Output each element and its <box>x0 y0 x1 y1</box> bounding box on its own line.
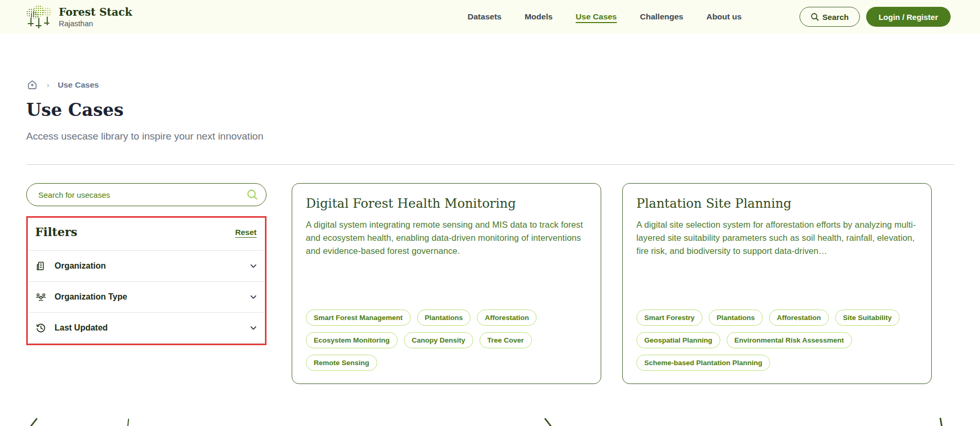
usecase-tag[interactable]: Smart Forest Management <box>306 310 411 326</box>
carousel-next-arrow-partial[interactable] <box>544 418 555 426</box>
clipped-content-stroke <box>127 419 129 426</box>
nav-item[interactable]: Models <box>525 12 552 22</box>
filter-row[interactable]: Organization Type <box>28 282 265 312</box>
usecase-tag[interactable]: Afforestation <box>477 310 537 326</box>
header-search-label: Search <box>823 13 849 22</box>
nav-item[interactable]: Use Cases <box>576 12 616 22</box>
filter-row[interactable]: Last Updated <box>28 313 265 343</box>
nav-item[interactable]: About us <box>706 12 741 22</box>
breadcrumb: › Use Cases <box>26 79 99 91</box>
usecase-tag[interactable]: Ecosystem Monitoring <box>306 332 398 348</box>
top-header: Forest Stack Rajasthan Datasets Models U… <box>0 0 980 34</box>
filters-panel-highlighted: Filters Reset <box>26 216 267 345</box>
filters-sidebar: Filters Reset <box>26 183 267 345</box>
usecase-tag-list: Smart Forest Management Plantations Affo… <box>306 310 587 371</box>
usecase-card[interactable]: Plantation Site Planning A digital site … <box>622 183 932 384</box>
brand-subtitle: Rajasthan <box>59 19 132 28</box>
usecase-tag[interactable]: Afforestation <box>769 310 829 326</box>
usecase-tag-list: Smart Forestry Plantations Afforestation… <box>636 310 918 371</box>
clipped-content-stroke <box>940 418 943 426</box>
header-search-button[interactable]: Search <box>800 7 860 27</box>
home-icon[interactable] <box>26 79 38 91</box>
usecase-tag[interactable]: Plantations <box>417 310 471 326</box>
building-icon <box>35 260 47 272</box>
filter-label: Last Updated <box>55 323 241 333</box>
search-icon <box>247 189 258 200</box>
usecase-tag[interactable]: Canopy Density <box>404 332 473 348</box>
chevron-down-icon[interactable] <box>249 293 258 301</box>
filter-row[interactable]: Organization <box>28 251 265 281</box>
login-register-button[interactable]: Login / Register <box>866 7 951 27</box>
usecase-tag[interactable]: Environmental Risk Assessment <box>727 332 852 348</box>
usecase-tag[interactable]: Plantations <box>709 310 763 326</box>
usecase-card-description: A digital system integrating remote sens… <box>306 218 587 257</box>
usecase-tag[interactable]: Tree Cover <box>480 332 532 348</box>
divider <box>29 343 264 344</box>
nav-item[interactable]: Datasets <box>467 12 502 22</box>
brand-logo-block[interactable]: Forest Stack Rajasthan <box>26 4 132 29</box>
usecase-card-description: A digital site selection system for affo… <box>636 218 918 257</box>
usecase-card-title: Digital Forest Health Monitoring <box>306 196 587 211</box>
main-nav: Datasets Models Use Cases Challenges Abo… <box>467 12 741 22</box>
usecase-tag[interactable]: Geospatial Planning <box>636 332 720 348</box>
section-divider <box>26 164 954 165</box>
usecase-card-title: Plantation Site Planning <box>636 196 918 211</box>
usecase-card[interactable]: Digital Forest Health Monitoring A digit… <box>292 183 601 384</box>
brand-title: Forest Stack <box>59 6 132 18</box>
usecase-tag[interactable]: Scheme-based Plantation Planning <box>636 355 770 371</box>
filters-reset-link[interactable]: Reset <box>235 228 257 237</box>
breadcrumb-chevron-icon: › <box>47 80 49 89</box>
usecase-search-input[interactable] <box>26 183 267 206</box>
search-icon <box>811 13 819 21</box>
group-icon <box>35 291 47 303</box>
breadcrumb-current[interactable]: Use Cases <box>58 80 99 90</box>
usecase-tag[interactable]: Smart Forestry <box>636 310 702 326</box>
usecase-tag[interactable]: Site Suitability <box>835 310 900 326</box>
forest-stack-logo-icon <box>26 4 52 29</box>
chevron-down-icon[interactable] <box>249 324 258 332</box>
history-icon <box>35 322 47 334</box>
filter-label: Organization <box>55 261 241 271</box>
filter-label: Organization Type <box>55 292 241 302</box>
chevron-down-icon[interactable] <box>249 262 258 270</box>
usecase-tag[interactable]: Remote Sensing <box>306 355 377 371</box>
filters-title: Filters <box>35 225 77 239</box>
page-title: Use Cases <box>26 100 124 120</box>
filter-list: Organization <box>28 251 265 344</box>
page-subtitle: Access usecase library to inspire your n… <box>26 131 263 142</box>
nav-item[interactable]: Challenges <box>640 12 684 22</box>
carousel-prev-arrow-partial[interactable] <box>27 418 38 426</box>
